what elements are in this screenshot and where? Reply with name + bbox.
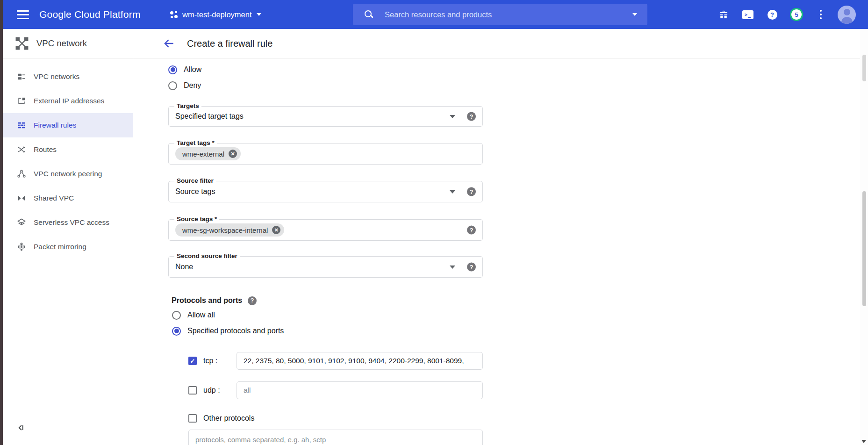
sidebar-item-label: External IP addresses [34, 97, 104, 105]
other-protocols-input[interactable] [188, 430, 483, 445]
dropdown-arrow-icon[interactable] [450, 115, 455, 118]
notifications-badge[interactable]: 5 [784, 8, 809, 21]
search-input[interactable] [384, 10, 632, 20]
specified-protocols-option[interactable]: Specified protocols and ports [172, 325, 483, 337]
targets-help-icon[interactable]: ? [467, 112, 476, 121]
sidebar-item-shared-vpc[interactable]: Shared VPC [3, 186, 133, 210]
remove-chip-icon[interactable]: ✕ [272, 226, 280, 234]
scrollbar-thumb[interactable] [862, 191, 866, 306]
scrollbar-thumb[interactable] [862, 55, 866, 81]
radio-specified-protocols[interactable] [172, 327, 181, 336]
tcp-ports-input[interactable] [237, 352, 483, 370]
source-filter-value: Source tags [175, 187, 215, 196]
project-name: wm-test-deployment [182, 10, 252, 19]
firewall-rules-icon [17, 121, 26, 130]
target-tags-field[interactable]: Target tags * wme-external ✕ [168, 143, 483, 165]
brand-logo[interactable]: Google Cloud Platform [39, 0, 141, 29]
sidebar-item-firewall-rules[interactable]: Firewall rules [3, 113, 133, 137]
search-bar[interactable] [353, 4, 647, 25]
dropdown-arrow-icon[interactable] [450, 266, 455, 269]
action-allow-option[interactable]: Allow [168, 64, 483, 75]
sidebar-item-serverless-vpc-access[interactable]: Serverless VPC access [3, 210, 133, 235]
peering-icon [17, 169, 26, 179]
tcp-checkbox[interactable] [188, 357, 197, 365]
radio-allow[interactable] [168, 65, 177, 74]
second-source-filter-label: Second source filter [174, 252, 240, 259]
search-icon [364, 10, 373, 19]
sidebar-item-vpc-networks[interactable]: VPC networks [3, 65, 133, 89]
second-source-filter-help-icon[interactable]: ? [467, 263, 476, 272]
sidebar-item-external-ip-addresses[interactable]: External IP addresses [3, 89, 133, 113]
collapse-sidebar-icon[interactable] [14, 421, 28, 435]
other-protocols-checkbox[interactable] [188, 414, 197, 423]
targets-value: Specified target tags [175, 112, 244, 121]
avatar[interactable] [838, 6, 856, 24]
dropdown-arrow-icon[interactable] [450, 190, 455, 194]
other-protocols-row: Other protocols [168, 413, 483, 424]
targets-select[interactable]: Targets Specified target tags ? [168, 106, 483, 127]
sidebar-item-label: Shared VPC [34, 194, 74, 202]
project-selector[interactable]: wm-test-deployment [170, 0, 261, 29]
source-filter-label: Source filter [174, 177, 216, 184]
serverless-vpc-icon [17, 218, 26, 227]
cloud-shell-icon[interactable]: >_ [736, 10, 760, 19]
target-tags-label: Target tags * [174, 139, 217, 146]
radio-allow-all[interactable] [172, 311, 181, 320]
source-filter-help-icon[interactable]: ? [467, 187, 476, 196]
udp-row: udp : [168, 381, 483, 399]
appbar: Google Cloud Platform wm-test-deployment… [3, 0, 868, 29]
vertical-scrollbar[interactable] [860, 29, 868, 445]
source-tags-label: Source tags * [174, 215, 219, 222]
sidebar-item-label: Routes [34, 145, 57, 154]
sidebar-item-routes[interactable]: Routes [3, 137, 133, 162]
chevron-down-icon [257, 13, 261, 16]
protocols-ports-heading: Protocols and ports ? [172, 295, 483, 306]
project-icon [170, 11, 178, 18]
second-source-filter-select[interactable]: Second source filter None ? [168, 256, 483, 278]
source-tag-chip: wme-sg-workspace-internal ✕ [175, 223, 284, 237]
udp-checkbox[interactable] [188, 386, 197, 395]
udp-ports-input[interactable] [237, 381, 483, 399]
search-dropdown-icon[interactable] [632, 13, 637, 16]
tcp-label: tcp : [203, 357, 237, 365]
packet-mirroring-icon [17, 242, 26, 251]
remove-chip-icon[interactable]: ✕ [229, 150, 237, 158]
firewall-form: Allow Deny Targets Specified target tags… [168, 58, 483, 445]
allow-all-option[interactable]: Allow all [172, 309, 483, 321]
page-title: Create a firewall rule [187, 38, 273, 49]
source-tags-field[interactable]: Source tags * wme-sg-workspace-internal … [168, 219, 483, 241]
sidebar-item-vpc-network-peering[interactable]: VPC network peering [3, 162, 133, 186]
menu-icon[interactable] [17, 9, 30, 20]
targets-label: Targets [174, 102, 201, 109]
sidebar-item-label: VPC networks [34, 72, 79, 81]
help-icon[interactable]: ? [760, 10, 784, 20]
routes-icon [17, 145, 26, 154]
main-panel: Create a firewall rule Allow Deny Target… [133, 29, 868, 445]
scroll-down-icon[interactable] [861, 440, 866, 443]
protocols-help-icon[interactable]: ? [248, 296, 257, 305]
sidebar-item-label: VPC network peering [34, 170, 102, 178]
action-deny-option[interactable]: Deny [168, 80, 483, 91]
gift-icon[interactable] [711, 9, 736, 20]
sidebar-item-label: Firewall rules [34, 121, 76, 129]
source-filter-select[interactable]: Source filter Source tags ? [168, 181, 483, 202]
vpc-network-product-icon [14, 36, 30, 51]
tcp-row: tcp : [168, 352, 483, 370]
back-arrow-icon[interactable] [162, 36, 176, 50]
external-ip-icon [17, 96, 26, 106]
sidebar-item-label: Serverless VPC access [34, 218, 109, 227]
sidebar: VPC network VPC networks External IP add… [3, 29, 133, 445]
other-protocols-label: Other protocols [203, 414, 254, 423]
product-title: VPC network [36, 38, 87, 49]
shared-vpc-icon [17, 194, 26, 203]
window-edge [0, 0, 3, 445]
udp-label: udp : [203, 386, 237, 395]
more-vert-icon[interactable] [809, 10, 833, 20]
sidebar-item-packet-mirroring[interactable]: Packet mirroring [3, 235, 133, 259]
vpc-networks-icon [17, 72, 26, 81]
sidebar-item-label: Packet mirroring [34, 243, 86, 251]
target-tag-chip: wme-external ✕ [175, 147, 241, 160]
sidebar-product-header: VPC network [3, 29, 133, 58]
source-tags-help-icon[interactable]: ? [467, 226, 476, 235]
radio-deny[interactable] [168, 81, 177, 90]
